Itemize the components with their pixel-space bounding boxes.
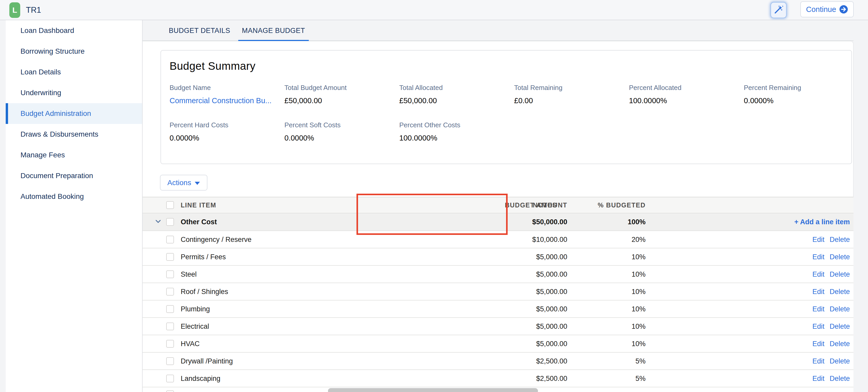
row-checkbox[interactable] xyxy=(166,270,174,278)
table-row: HVAC $5,000.00 10% Edit Delete xyxy=(143,335,854,353)
table-row: Drywall /Painting $2,500.00 5% Edit Dele… xyxy=(143,353,854,370)
delete-link[interactable]: Delete xyxy=(830,374,850,383)
row-checkbox[interactable] xyxy=(166,374,174,383)
sidebar-item-label: Loan Details xyxy=(21,68,61,76)
field-percent-soft-costs: Percent Soft Costs 0.0000% xyxy=(284,121,399,142)
sidebar-item-document-preparation[interactable]: Document Preparation xyxy=(6,165,142,186)
field-label: Budget Name xyxy=(169,84,284,92)
delete-link[interactable]: Delete xyxy=(830,322,850,330)
delete-link[interactable]: Delete xyxy=(830,235,850,243)
row-checkbox[interactable] xyxy=(166,218,174,226)
row-checkbox[interactable] xyxy=(166,390,174,392)
horizontal-scrollbar-thumb[interactable] xyxy=(328,388,538,392)
continue-button[interactable]: Continue xyxy=(800,1,854,18)
column-header-line-item[interactable]: LINE ITEM xyxy=(181,202,216,209)
collapse-chevron-icon[interactable] xyxy=(154,217,162,226)
magic-wand-button[interactable] xyxy=(771,2,786,18)
field-label: Percent Allocated xyxy=(629,84,744,92)
line-item-name: HVAC xyxy=(181,340,199,348)
edit-link[interactable]: Edit xyxy=(812,374,825,383)
edit-link[interactable]: Edit xyxy=(812,253,825,261)
field-value: £50,000.00 xyxy=(399,96,514,105)
line-item-name: Plumbing xyxy=(181,305,210,313)
column-header-notes[interactable]: NOTES xyxy=(533,202,557,209)
field-percent-hard-costs: Percent Hard Costs 0.0000% xyxy=(169,121,284,142)
sidebar-item-automated-booking[interactable]: Automated Booking xyxy=(6,186,142,207)
sidebar-item-label: Budget Administration xyxy=(21,110,91,118)
continue-button-label: Continue xyxy=(806,5,836,14)
chevron-down-icon xyxy=(195,182,200,185)
budget-summary-card: Budget Summary Budget Name Commercial Co… xyxy=(160,50,852,164)
line-item-percent: 5% xyxy=(636,374,646,383)
sidebar-item-draws-disbursements[interactable]: Draws & Disbursements xyxy=(6,124,142,145)
page-title: TR1 xyxy=(26,0,41,20)
field-value: £0.00 xyxy=(514,96,629,105)
row-checkbox[interactable] xyxy=(166,236,174,243)
line-item-amount: $2,500.00 xyxy=(536,374,567,383)
row-checkbox[interactable] xyxy=(166,340,174,348)
budget-line-items-table: LINE ITEM BUDGET AMOUNT % BUDGETED NOTES… xyxy=(143,197,854,392)
sidebar-item-budget-administration[interactable]: Budget Administration xyxy=(6,103,142,124)
delete-link[interactable]: Delete xyxy=(830,357,850,365)
field-percent-other-costs: Percent Other Costs 100.0000% xyxy=(399,121,514,142)
sidebar-item-label: Manage Fees xyxy=(21,151,65,159)
line-item-percent: 20% xyxy=(631,235,646,243)
tab-manage-budget[interactable]: MANAGE BUDGET xyxy=(242,20,305,41)
field-label: Percent Soft Costs xyxy=(284,121,399,129)
line-item-percent: 10% xyxy=(631,322,646,330)
line-item-name: Steel xyxy=(181,270,197,278)
row-checkbox[interactable] xyxy=(166,288,174,296)
field-label: Percent Other Costs xyxy=(399,121,514,129)
line-item-name: Roof / Shingles xyxy=(181,288,228,296)
edit-link[interactable]: Edit xyxy=(812,270,825,278)
sidebar-item-underwriting[interactable]: Underwriting xyxy=(6,83,142,103)
line-item-amount: $5,000.00 xyxy=(536,253,567,261)
add-line-item-link[interactable]: + Add a line item xyxy=(794,218,850,226)
row-checkbox[interactable] xyxy=(166,253,174,261)
sidebar-item-borrowing-structure[interactable]: Borrowing Structure xyxy=(6,41,142,62)
delete-link[interactable]: Delete xyxy=(830,253,850,261)
table-row: Contingency / Reserve $10,000.00 20% Edi… xyxy=(143,231,854,248)
field-label: Percent Remaining xyxy=(744,84,859,92)
sidebar-item-manage-fees[interactable]: Manage Fees xyxy=(6,145,142,165)
row-checkbox[interactable] xyxy=(166,323,174,330)
field-value: 100.0000% xyxy=(399,134,514,142)
tab-label: BUDGET DETAILS xyxy=(169,27,230,35)
line-item-percent: 10% xyxy=(631,340,646,348)
field-value: £50,000.00 xyxy=(284,96,399,105)
row-checkbox[interactable] xyxy=(166,357,174,365)
table-row: Electrical $5,000.00 10% Edit Delete xyxy=(143,318,854,335)
field-total-remaining: Total Remaining £0.00 xyxy=(514,84,629,105)
delete-link[interactable]: Delete xyxy=(830,340,850,348)
sidebar-item-loan-dashboard[interactable]: Loan Dashboard xyxy=(6,20,142,41)
budget-name-link[interactable]: Commercial Construction Bu... xyxy=(169,96,284,105)
summary-fields-row-2: Percent Hard Costs 0.0000% Percent Soft … xyxy=(169,121,849,142)
field-value: 100.0000% xyxy=(629,96,744,105)
table-row: Plumbing $5,000.00 10% Edit Delete xyxy=(143,300,854,318)
edit-link[interactable]: Edit xyxy=(812,340,825,348)
app-window: L TR1 Continue xyxy=(0,0,868,392)
row-checkbox[interactable] xyxy=(166,305,174,313)
select-all-checkbox[interactable] xyxy=(166,201,174,209)
actions-dropdown-button[interactable]: Actions xyxy=(160,175,208,190)
delete-link[interactable]: Delete xyxy=(830,305,850,313)
edit-link[interactable]: Edit xyxy=(812,235,825,243)
group-budget-amount: $50,000.00 xyxy=(532,218,567,226)
delete-link[interactable]: Delete xyxy=(830,270,850,278)
group-percent-budgeted: 100% xyxy=(628,218,646,226)
tab-bar: BUDGET DETAILS MANAGE BUDGET xyxy=(143,20,854,41)
line-item-amount: $5,000.00 xyxy=(536,340,567,348)
edit-link[interactable]: Edit xyxy=(812,305,825,313)
tab-budget-details[interactable]: BUDGET DETAILS xyxy=(169,20,230,41)
line-item-amount: $5,000.00 xyxy=(536,322,567,330)
line-item-percent: 10% xyxy=(631,305,646,313)
delete-link[interactable]: Delete xyxy=(830,288,850,296)
edit-link[interactable]: Edit xyxy=(812,288,825,296)
line-item-name: Contingency / Reserve xyxy=(181,235,251,243)
magic-wand-icon xyxy=(774,5,783,16)
sidebar-item-label: Automated Booking xyxy=(21,192,84,201)
edit-link[interactable]: Edit xyxy=(812,357,825,365)
sidebar-item-loan-details[interactable]: Loan Details xyxy=(6,62,142,83)
edit-link[interactable]: Edit xyxy=(812,322,825,330)
column-header-percent-budgeted[interactable]: % BUDGETED xyxy=(598,202,646,209)
